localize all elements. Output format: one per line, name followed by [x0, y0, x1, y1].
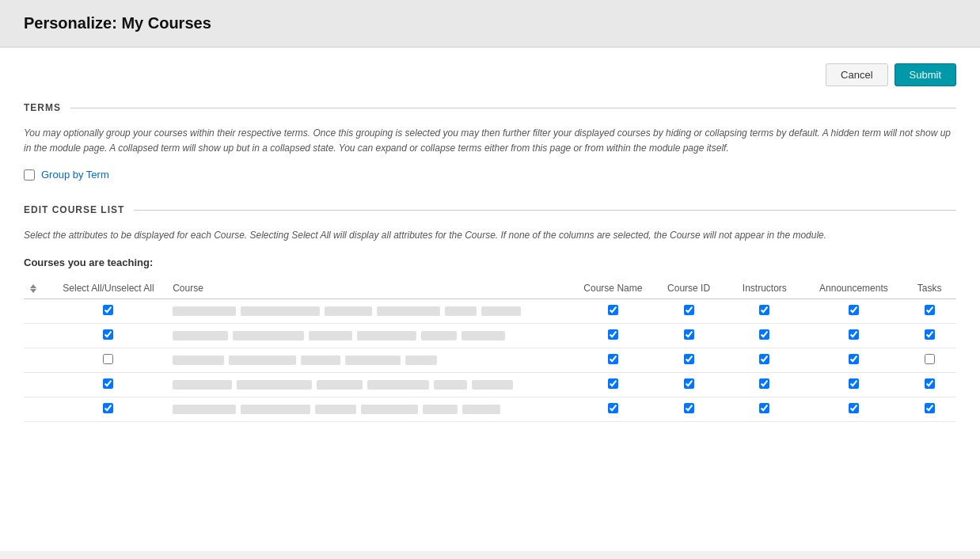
- edit-course-list-section: EDIT COURSE LIST Select the attributes t…: [24, 204, 956, 421]
- terms-description: You may optionally group your courses wi…: [24, 126, 956, 156]
- course-id-checkbox[interactable]: [684, 378, 694, 389]
- instructors-checkbox[interactable]: [759, 378, 769, 389]
- terms-section-header: TERMS: [24, 102, 956, 113]
- course-blur-block: [241, 405, 310, 414]
- course-name-checkbox[interactable]: [608, 305, 618, 315]
- terms-divider: [70, 108, 956, 108]
- col-sort: [24, 278, 51, 299]
- course-cell: [166, 348, 573, 372]
- course-blur-block: [367, 380, 429, 390]
- course-blur-block: [434, 380, 467, 390]
- sort-handle: [24, 372, 51, 397]
- edit-course-list-header: EDIT COURSE LIST: [24, 204, 956, 215]
- table-row: [24, 348, 956, 372]
- course-blur-block: [229, 356, 296, 365]
- course-blur-block: [241, 306, 320, 316]
- course-name-checkbox[interactable]: [608, 378, 618, 389]
- course-id-checkbox[interactable]: [684, 305, 694, 315]
- col-instructors: Instructors: [724, 278, 804, 299]
- table-row: [24, 323, 956, 348]
- course-id-checkbox[interactable]: [684, 403, 694, 413]
- course-id-checkbox-cell: [653, 348, 724, 372]
- course-name-checkbox[interactable]: [608, 354, 618, 364]
- course-id-checkbox-cell: [653, 372, 724, 397]
- select-all-checkbox[interactable]: [103, 354, 113, 364]
- announcements-checkbox[interactable]: [849, 354, 859, 364]
- sort-up-arrow: [30, 284, 36, 288]
- instructors-checkbox-cell: [724, 397, 804, 421]
- announcements-checkbox[interactable]: [849, 329, 859, 340]
- col-course-id: Course ID: [653, 278, 724, 299]
- sort-down-arrow: [30, 289, 36, 293]
- tasks-checkbox[interactable]: [925, 305, 935, 315]
- course-blur-block: [173, 405, 236, 414]
- col-select-all: Select All/Unselect All: [51, 278, 166, 299]
- instructors-checkbox-cell: [724, 323, 804, 348]
- course-blur-block: [423, 405, 458, 414]
- course-name-checkbox[interactable]: [608, 403, 618, 413]
- cancel-button[interactable]: Cancel: [826, 63, 887, 86]
- announcements-checkbox-cell: [804, 323, 902, 348]
- page-content: Cancel Submit TERMS You may optionally g…: [0, 48, 980, 551]
- instructors-checkbox[interactable]: [759, 329, 769, 340]
- course-blur-block: [173, 331, 228, 340]
- course-id-checkbox-cell: [653, 299, 724, 323]
- select-all-checkbox[interactable]: [103, 329, 113, 340]
- course-blur-block: [445, 306, 477, 316]
- page-title: Personalize: My Courses: [24, 14, 956, 32]
- course-blur-block: [325, 306, 372, 316]
- select-all-checkbox[interactable]: [103, 305, 113, 315]
- course-blur-block: [357, 331, 416, 340]
- tasks-checkbox-cell: [902, 348, 956, 372]
- announcements-checkbox-cell: [804, 397, 902, 421]
- course-name-checkbox-cell: [573, 299, 653, 323]
- group-by-term-checkbox[interactable]: [24, 169, 35, 181]
- submit-button[interactable]: Submit: [895, 63, 956, 86]
- instructors-checkbox[interactable]: [759, 305, 769, 315]
- tasks-checkbox[interactable]: [925, 403, 935, 413]
- instructors-checkbox[interactable]: [759, 354, 769, 364]
- announcements-checkbox-cell: [804, 372, 902, 397]
- col-course: Course: [166, 278, 573, 299]
- course-blur-block: [421, 331, 457, 340]
- course-placeholder: [173, 405, 567, 414]
- announcements-checkbox[interactable]: [849, 403, 859, 413]
- table-row: [24, 397, 956, 421]
- instructors-checkbox-cell: [724, 372, 804, 397]
- course-id-checkbox[interactable]: [684, 354, 694, 364]
- edit-course-list-title: EDIT COURSE LIST: [24, 204, 124, 215]
- top-actions: Cancel Submit: [24, 63, 956, 86]
- col-course-name: Course Name: [573, 278, 653, 299]
- tasks-checkbox-cell: [902, 323, 956, 348]
- course-blur-block: [377, 306, 440, 316]
- terms-section-title: TERMS: [24, 102, 61, 113]
- tasks-checkbox[interactable]: [925, 378, 935, 389]
- announcements-checkbox[interactable]: [849, 378, 859, 389]
- col-tasks: Tasks: [902, 278, 956, 299]
- select-all-checkbox[interactable]: [103, 378, 113, 389]
- tasks-checkbox-cell: [902, 397, 956, 421]
- courses-table: Select All/Unselect All Course Course Na…: [24, 278, 956, 422]
- course-blur-block: [173, 380, 232, 390]
- terms-section: TERMS You may optionally group your cour…: [24, 102, 956, 181]
- course-placeholder: [173, 306, 567, 316]
- course-name-checkbox[interactable]: [608, 329, 618, 340]
- course-id-checkbox[interactable]: [684, 329, 694, 340]
- instructors-checkbox-cell: [724, 299, 804, 323]
- instructors-checkbox-cell: [724, 348, 804, 372]
- sort-handle: [24, 299, 51, 323]
- course-id-checkbox-cell: [653, 323, 724, 348]
- tasks-checkbox[interactable]: [925, 354, 935, 364]
- course-name-checkbox-cell: [573, 323, 653, 348]
- course-id-checkbox-cell: [653, 397, 724, 421]
- group-by-term-label[interactable]: Group by Term: [41, 169, 109, 181]
- select-all-checkbox[interactable]: [103, 403, 113, 413]
- course-cell: [166, 397, 573, 421]
- announcements-checkbox[interactable]: [849, 305, 859, 315]
- sort-handle: [24, 323, 51, 348]
- instructors-checkbox[interactable]: [759, 403, 769, 413]
- courses-teaching-label: Courses you are teaching:: [24, 257, 956, 268]
- tasks-checkbox-cell: [902, 372, 956, 397]
- edit-course-list-description: Select the attributes to be displayed fo…: [24, 228, 956, 243]
- tasks-checkbox[interactable]: [925, 329, 935, 340]
